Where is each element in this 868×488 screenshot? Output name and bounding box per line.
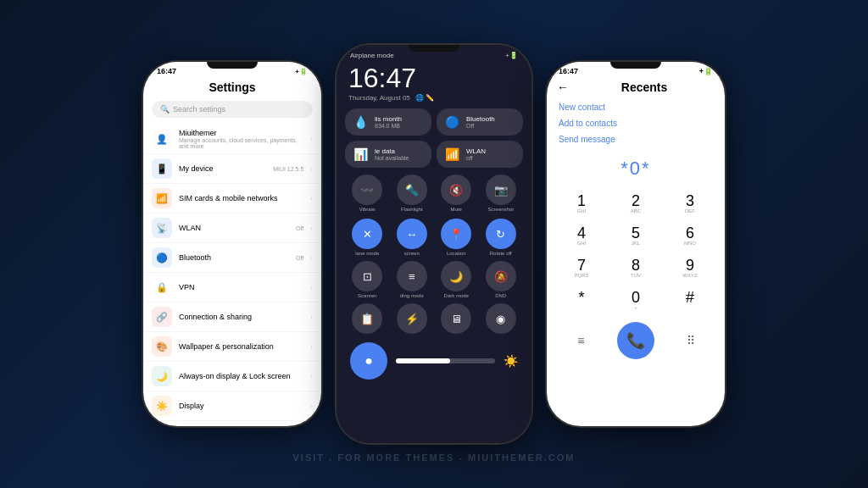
settings-item-vpn[interactable]: 🔒 VPN ›	[143, 273, 321, 302]
ding-mode-wrapper: ≡ ding mode	[397, 261, 427, 298]
settings-item-my-device[interactable]: 📱 My device MIUI 12.5.5 ›	[143, 154, 321, 184]
dialer-key-#[interactable]: #	[664, 285, 716, 315]
new-contact-button[interactable]: New contact	[547, 99, 725, 115]
dialer-key-9[interactable]: 9 WXYZ	[664, 252, 716, 283]
dialer-menu-button[interactable]: ≡	[565, 325, 596, 356]
dialer-key-8[interactable]: 8 TUV	[609, 252, 662, 283]
dialer-key-4[interactable]: 4 GHI	[555, 220, 608, 251]
settings-item-arrow: ›	[310, 402, 313, 410]
settings-item-title: Wallpaper & personalization	[179, 342, 303, 351]
screen-button[interactable]: ↔	[397, 219, 427, 249]
cc-row4: 📋 ⚡ 🖥 ◉	[337, 302, 531, 337]
dnd-label: DND	[495, 293, 506, 298]
dialer-key-num: 0	[632, 290, 640, 305]
settings-item-miuithemer[interactable]: 👤 Miuithemer Manage accounts, cloud serv…	[143, 125, 321, 154]
mute-label: Mute	[451, 207, 462, 212]
settings-item-arrow: ›	[310, 313, 313, 321]
settings-battery-icon: +🔋	[295, 68, 308, 75]
dialer-key-1[interactable]: 1 GHI	[555, 188, 608, 219]
dialer-key-*[interactable]: *	[555, 285, 608, 315]
flashlight-button[interactable]: 🔦	[397, 175, 427, 205]
settings-item-icon: ☀️	[152, 396, 172, 416]
dialer-key-3[interactable]: 3 DEF	[664, 188, 716, 219]
dialer-grid-button[interactable]: ⠿	[676, 325, 706, 356]
settings-item-icon: 🌙	[152, 366, 172, 386]
location-button[interactable]: 📍	[441, 219, 471, 249]
settings-item-title: WLAN	[179, 224, 289, 232]
cc-tile-bluetooth[interactable]: 🔵 Bluetooth Off	[437, 108, 523, 136]
settings-item-connection[interactable]: 🔗 Connection & sharing ›	[143, 302, 321, 332]
dialer-header: ← Recents	[547, 77, 725, 99]
dark-mode-button[interactable]: 🌙	[441, 261, 471, 291]
cc-tile-mobile-data[interactable]: 📊 le data Not available	[345, 141, 431, 168]
settings-item-wlan[interactable]: 📡 WLAN Off ›	[143, 214, 321, 243]
dialer-keypad: 1 GHI 2 ABC 3 DEF 4 GHI 5 JKL 6 MNO 7 PQ…	[547, 185, 725, 319]
vibrate-wrapper: 〰️ Vibrate	[352, 175, 382, 212]
phone-settings: 16:47 +🔋 Settings 🔍 Search settings 👤 Mi…	[143, 62, 321, 426]
dialer-call-button[interactable]: 📞	[617, 322, 654, 359]
dialer-key-alpha: JKL	[632, 241, 640, 246]
power-button[interactable]: ⚡	[397, 303, 427, 334]
settings-item-display[interactable]: ☀️ Display ›	[143, 391, 321, 421]
dialer-key-num: 7	[577, 258, 586, 273]
settings-search[interactable]: 🔍 Search settings	[152, 101, 313, 118]
screen-label: screen	[404, 251, 420, 256]
settings-item-arrow: ›	[310, 225, 313, 232]
settings-item-icon: 🎨	[152, 336, 172, 357]
dialer-key-num: 6	[686, 225, 694, 241]
dialer-key-6[interactable]: 6 MNO	[664, 220, 716, 251]
mute-button[interactable]: 🔇	[441, 175, 471, 205]
cc-tile-wlan[interactable]: 📶 WLAN off	[437, 141, 523, 168]
dialer-key-0[interactable]: 0 +	[609, 285, 662, 315]
cc-action-fab[interactable]: ●	[350, 342, 387, 380]
dialer-key-2[interactable]: 2 ABC	[609, 188, 662, 219]
brightness-slider[interactable]	[396, 358, 495, 363]
cc-data-icon: 💧	[353, 115, 368, 129]
cc-mobile-sub: Not available	[375, 155, 409, 161]
rotate-button[interactable]: ↻	[486, 219, 516, 249]
dialer-key-7[interactable]: 7 PQRS	[555, 252, 608, 283]
screen-cast-button[interactable]: 🖥	[441, 303, 471, 334]
cc-bluetooth-icon: 🔵	[445, 115, 459, 129]
more-button[interactable]: ◉	[486, 303, 516, 334]
add-to-contacts-button[interactable]: Add to contacts	[547, 115, 725, 131]
dialer-key-5[interactable]: 5 JKL	[609, 220, 662, 251]
notch-2	[409, 45, 459, 52]
brightness-fill	[396, 358, 450, 363]
settings-item-always-on[interactable]: 🌙 Always-on display & Lock screen ›	[143, 362, 321, 391]
settings-item-title: VPN	[179, 283, 303, 291]
send-message-button[interactable]: Send message	[547, 131, 725, 147]
settings-item-bluetooth[interactable]: 🔵 Bluetooth Off ›	[143, 243, 321, 273]
settings-item-arrow: ›	[310, 373, 313, 380]
search-placeholder: Search settings	[173, 105, 225, 114]
settings-item-wallpaper[interactable]: 🎨 Wallpaper & personalization ›	[143, 332, 321, 362]
lane-mode-label: lane mode	[355, 251, 379, 256]
screenshot-label: Screenshot	[488, 207, 514, 212]
screen-wrapper: ↔ screen	[397, 219, 427, 256]
screenshot-button[interactable]: 📷	[486, 175, 516, 205]
cc-top-label: Airplane mode	[350, 52, 394, 59]
ding-mode-button[interactable]: ≡	[397, 261, 427, 291]
scanner-button[interactable]: ⊡	[352, 261, 382, 291]
cc-date: Thursday, August 05	[348, 94, 410, 102]
settings-item-arrow: ›	[310, 343, 313, 351]
cc-tile-data[interactable]: 💧 lis month 834.0 MB	[345, 108, 431, 136]
settings-item-sim[interactable]: 📶 SIM cards & mobile networks ›	[143, 184, 321, 214]
vibrate-button[interactable]: 〰️	[352, 175, 382, 205]
mute-wrapper: 🔇 Mute	[441, 175, 471, 212]
settings-item-arrow: ›	[310, 165, 313, 173]
dialer-key-alpha: DEF	[685, 208, 695, 214]
settings-item-subtitle: Manage accounts, cloud services, payment…	[179, 137, 303, 149]
clipboard-button[interactable]: 📋	[352, 303, 382, 334]
rotate-label: Rotate off	[490, 251, 512, 256]
dialer-title: Recents	[574, 80, 715, 94]
dnd-button[interactable]: 🔕	[486, 261, 516, 291]
notch-1	[207, 62, 258, 69]
cc-wlan-sub: off	[466, 155, 486, 161]
cc-wlan-icon: 📶	[445, 147, 459, 161]
settings-item-title: Bluetooth	[179, 253, 289, 262]
lane-mode-button[interactable]: ✕	[352, 219, 382, 249]
brightness-icon: ☀️	[504, 354, 518, 368]
settings-item-icon: 👤	[152, 129, 172, 149]
dialer-back-button[interactable]: ←	[557, 80, 569, 94]
